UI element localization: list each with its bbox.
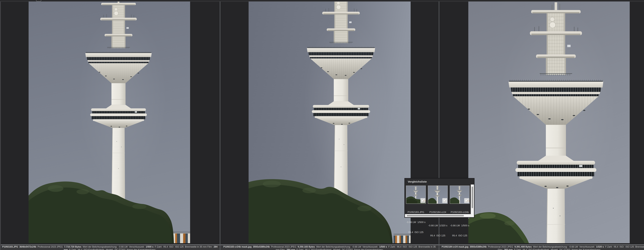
exif-field: P1092183.JPG — [2, 246, 18, 248]
exif-field: ISO 125 — [409, 246, 417, 248]
vertical-scrollbar-thumb[interactable] — [472, 187, 473, 208]
exif-field: f/6.4 — [78, 249, 82, 250]
exif-field: ISO: — [620, 246, 624, 248]
aperture-iso: f/6.4 ISO 125 — [427, 234, 448, 237]
compare-item-label-3[interactable]: P1092183-cr24b mask.jpg -0.66 LW 1/500 s… — [449, 204, 470, 244]
window-left-edge — [0, 1, 1, 250]
exif-field: Wert der Belichtungsabweichung: — [533, 246, 568, 248]
compare-item-label-2[interactable]: P1092184-cr24 mask.jpg -0.66 LW 1/320 s … — [427, 204, 448, 244]
exposure-shutter: -0.66 LW 1/500 s — [449, 224, 470, 227]
vertical-scrollbar[interactable] — [471, 185, 474, 214]
exif-field: 9.391.408 Bytes — [514, 246, 532, 248]
compare-item-label-1[interactable]: P1092183.JPG -0.66 LW 1/500 s f/6.4 ISO … — [405, 204, 426, 241]
exif-field: 360 mm — [504, 249, 513, 250]
scrollbar-corner — [471, 214, 474, 217]
exif-field: F-Zahl: — [514, 249, 522, 250]
exif-field: DC-TZ202 — [342, 249, 353, 250]
compare-thumbnail-3[interactable]: ✔ — [450, 186, 470, 204]
exif-field: 3593x5389x24b — [470, 246, 486, 248]
exif-field: f/6.4 — [164, 246, 168, 248]
exif-field: Professional 2023 JPEG — [488, 246, 513, 248]
exif-field: ISO 125 — [626, 246, 634, 248]
exif-field: -0.66 LW — [118, 246, 128, 248]
checkmark-icon[interactable]: ✔ — [420, 198, 425, 203]
exif-field: ISO: — [169, 246, 174, 248]
exif-field: 7.710.720 Bytes — [64, 246, 82, 248]
exif-field: Modell: — [551, 249, 558, 250]
exif-caption-3: P1092184-cr24 mask.jpg 3593x5389x24b Pro… — [439, 245, 644, 250]
exif-field: ISO: — [403, 246, 408, 248]
exif-field: f/6.4 — [523, 249, 527, 250]
exif-field: Wert der Belichtungsabweichung: — [316, 246, 351, 248]
toolbar-button-fragment[interactable] — [36, 0, 41, 1]
exif-field: Name des Kamerabesitzers: — [354, 249, 383, 250]
trees-silhouette — [468, 211, 630, 243]
exif-field: f/6.4 — [305, 249, 310, 250]
exif-field: F-Zahl: — [388, 246, 396, 248]
aperture-iso: f/6.4 ISO 125 — [449, 234, 470, 237]
trees-silhouette — [248, 176, 410, 243]
exif-field: 3593x5389x24b — [253, 246, 270, 248]
exif-field: -0.66 LW — [352, 246, 361, 248]
exif-field: 1/500 s — [379, 246, 387, 248]
exif-field: Modell: — [333, 249, 341, 250]
horizontal-scrollbar-thumb[interactable] — [407, 215, 464, 217]
photo-view-2[interactable] — [248, 1, 410, 243]
exif-field: 1/500 s — [146, 246, 154, 248]
compare-list-title[interactable]: Vergleichsliste — [405, 179, 474, 185]
exif-field: DC-TZ202 — [115, 249, 126, 250]
exif-field: F-Zahl: — [155, 246, 162, 248]
exif-field: 284 mm — [286, 249, 295, 250]
exif-field: f/6.4 — [397, 246, 402, 248]
exif-field: 1/320 s — [596, 246, 604, 248]
exposure-shutter: -0.66 LW 1/320 s — [427, 224, 448, 227]
photo-view-1[interactable] — [28, 1, 190, 243]
exif-field: f/6.4 — [614, 246, 618, 248]
exif-field: Wert der Belichtungsabweichung: — [83, 246, 117, 248]
compare-pane-1: P1092183.JPG 3648x5472x24b Professional … — [0, 1, 220, 250]
exif-field: DC-TZ202 — [560, 249, 570, 250]
exif-field: P1092184-cr24 mask.jpg — [442, 246, 468, 248]
exif-field: Name des Kamerabesitzers: — [127, 249, 156, 250]
exif-field: Verschlusszeit: — [362, 246, 378, 248]
exif-caption-2: P1092183-cr24b mask.jpg 3593x5389x24b Pr… — [220, 245, 439, 250]
exif-field: ISO 125 — [175, 246, 184, 248]
exif-field: Name des Kamerabesitzers: — [572, 249, 601, 250]
photo-view-3[interactable] — [468, 1, 630, 243]
checkmark-icon[interactable]: ✔ — [464, 198, 469, 203]
exif-field: Brennweite in 35 mm Film: — [185, 246, 212, 248]
filename: P1092183.JPG — [405, 211, 426, 214]
compare-list-panel: Vergleichsliste ✔ ✔ ✔ P1092183.JPG -0.66… — [404, 178, 474, 218]
exposure-shutter: -0.66 LW 1/500 s — [405, 221, 426, 224]
exif-field: F-Zahl: — [605, 246, 612, 248]
exif-field: F-Zahl: — [296, 249, 304, 250]
exif-field: F-Zahl: — [69, 249, 76, 250]
aperture-iso: f/6.4 ISO 125 — [405, 231, 426, 234]
exif-field: P1092183-cr24b mask.jpg — [223, 246, 252, 248]
checkmark-icon[interactable]: ✔ — [442, 198, 447, 203]
pane-splitter-1[interactable] — [220, 1, 220, 250]
trees-silhouette — [28, 176, 190, 243]
exif-field: 3648x5472x24b — [19, 246, 36, 248]
tv-tower-illustration — [507, 2, 605, 243]
exif-field: Verschlusszeit: — [129, 246, 144, 248]
exif-field: ISO-Empfindlichkeit: — [84, 249, 104, 250]
exif-field: Modell: — [106, 249, 113, 250]
exif-field: -0.66 LW — [569, 246, 578, 248]
exif-field: Professional 2023 JPEG — [38, 246, 63, 248]
compare-thumbnail-1[interactable]: ✔ — [406, 186, 426, 204]
exif-caption-1: P1092183.JPG 3648x5472x24b Professional … — [0, 245, 220, 250]
exif-field: ISO-Empfindlichkeit: — [311, 249, 332, 250]
exif-field: Professional 2023 JPEG — [271, 246, 296, 248]
compare-thumbnail-2[interactable]: ✔ — [428, 186, 448, 204]
horizontal-scrollbar[interactable] — [405, 214, 471, 217]
toolbar-strip — [0, 0, 644, 1]
exif-field: Verschlusszeit: — [579, 246, 595, 248]
exif-field: 9.250.183 Bytes — [298, 246, 315, 248]
exif-field: ISO-Empfindlichkeit: — [528, 249, 550, 250]
